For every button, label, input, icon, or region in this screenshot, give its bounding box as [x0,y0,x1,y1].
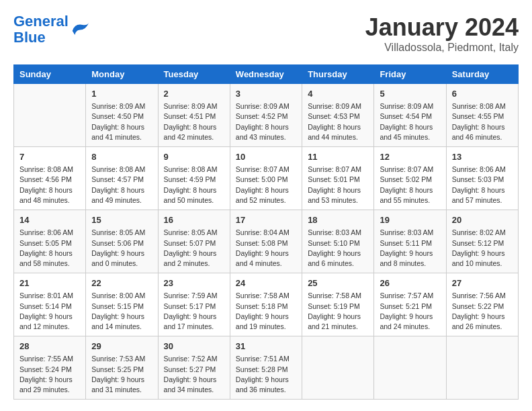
day-info: Sunrise: 7:59 AMSunset: 5:17 PMDaylight:… [164,291,224,332]
day-header-tuesday: Tuesday [158,65,230,84]
calendar-cell [446,336,518,400]
day-number: 11 [308,151,368,163]
day-header-saturday: Saturday [446,65,518,84]
day-number: 6 [452,88,513,100]
calendar-week-row: 21Sunrise: 8:01 AMSunset: 5:14 PMDayligh… [14,273,519,336]
calendar-week-row: 28Sunrise: 7:55 AMSunset: 5:24 PMDayligh… [14,336,519,400]
day-info: Sunrise: 8:08 AMSunset: 4:57 PMDaylight:… [91,165,152,205]
day-info: Sunrise: 7:52 AMSunset: 5:27 PMDaylight:… [164,354,224,395]
day-number: 1 [91,88,152,100]
calendar-cell: 14Sunrise: 8:06 AMSunset: 5:05 PMDayligh… [14,210,86,273]
day-number: 12 [380,151,440,163]
day-number: 26 [380,277,440,289]
day-number: 28 [19,340,80,353]
day-number: 22 [91,277,152,289]
day-info: Sunrise: 8:08 AMSunset: 4:55 PMDaylight:… [452,101,513,142]
day-info: Sunrise: 8:03 AMSunset: 5:11 PMDaylight:… [380,228,440,269]
day-number: 13 [452,151,513,163]
day-info: Sunrise: 8:07 AMSunset: 5:02 PMDaylight:… [380,165,440,205]
day-info: Sunrise: 8:03 AMSunset: 5:10 PMDaylight:… [308,228,368,269]
day-number: 30 [164,340,224,353]
calendar-cell: 30Sunrise: 7:52 AMSunset: 5:27 PMDayligh… [158,336,230,400]
calendar-table: SundayMondayTuesdayWednesdayThursdayFrid… [13,64,519,400]
day-number: 31 [236,340,296,353]
day-header-thursday: Thursday [302,65,374,84]
calendar-cell: 7Sunrise: 8:08 AMSunset: 4:56 PMDaylight… [14,147,86,210]
day-number: 20 [452,214,513,226]
day-info: Sunrise: 8:09 AMSunset: 4:54 PMDaylight:… [380,101,440,142]
calendar-cell: 23Sunrise: 7:59 AMSunset: 5:17 PMDayligh… [158,273,230,336]
day-number: 21 [19,277,80,289]
calendar-cell: 6Sunrise: 8:08 AMSunset: 4:55 PMDaylight… [446,84,518,147]
day-info: Sunrise: 8:01 AMSunset: 5:14 PMDaylight:… [19,291,80,332]
day-info: Sunrise: 7:56 AMSunset: 5:22 PMDaylight:… [452,291,513,332]
calendar-cell: 24Sunrise: 7:58 AMSunset: 5:18 PMDayligh… [230,273,302,336]
logo-text: General Blue [13,13,69,46]
calendar-cell: 5Sunrise: 8:09 AMSunset: 4:54 PMDaylight… [374,84,446,147]
day-number: 4 [308,88,368,100]
day-number: 10 [236,151,296,163]
day-info: Sunrise: 8:00 AMSunset: 5:15 PMDaylight:… [91,291,152,332]
calendar-cell: 2Sunrise: 8:09 AMSunset: 4:51 PMDaylight… [158,84,230,147]
day-info: Sunrise: 8:09 AMSunset: 4:53 PMDaylight:… [308,101,368,142]
calendar-cell: 19Sunrise: 8:03 AMSunset: 5:11 PMDayligh… [374,210,446,273]
logo: General Blue [13,13,90,46]
day-info: Sunrise: 7:57 AMSunset: 5:21 PMDaylight:… [380,291,440,332]
calendar-cell: 1Sunrise: 8:09 AMSunset: 4:50 PMDaylight… [86,84,158,147]
calendar-cell: 28Sunrise: 7:55 AMSunset: 5:24 PMDayligh… [14,336,86,400]
day-info: Sunrise: 8:08 AMSunset: 4:59 PMDaylight:… [164,165,224,205]
calendar-week-row: 1Sunrise: 8:09 AMSunset: 4:50 PMDaylight… [14,84,519,147]
day-number: 9 [164,151,224,163]
day-info: Sunrise: 8:07 AMSunset: 5:01 PMDaylight:… [308,165,368,205]
day-number: 15 [91,214,152,226]
calendar-cell: 21Sunrise: 8:01 AMSunset: 5:14 PMDayligh… [14,273,86,336]
calendar-header-row: SundayMondayTuesdayWednesdayThursdayFrid… [14,65,519,84]
day-number: 23 [164,277,224,289]
calendar-cell: 13Sunrise: 8:06 AMSunset: 5:03 PMDayligh… [446,147,518,210]
day-number: 19 [380,214,440,226]
day-number: 5 [380,88,440,100]
day-info: Sunrise: 7:58 AMSunset: 5:19 PMDaylight:… [308,291,368,332]
day-number: 2 [164,88,224,100]
day-info: Sunrise: 7:58 AMSunset: 5:18 PMDaylight:… [236,291,296,332]
day-info: Sunrise: 8:04 AMSunset: 5:08 PMDaylight:… [236,228,296,269]
day-info: Sunrise: 8:05 AMSunset: 5:06 PMDaylight:… [91,228,152,269]
day-number: 25 [308,277,368,289]
day-number: 18 [308,214,368,226]
calendar-cell: 29Sunrise: 7:53 AMSunset: 5:25 PMDayligh… [86,336,158,400]
day-header-monday: Monday [86,65,158,84]
day-number: 3 [236,88,296,100]
day-header-friday: Friday [374,65,446,84]
logo-bird-icon [70,20,90,39]
calendar-cell: 20Sunrise: 8:02 AMSunset: 5:12 PMDayligh… [446,210,518,273]
calendar-cell: 9Sunrise: 8:08 AMSunset: 4:59 PMDaylight… [158,147,230,210]
day-info: Sunrise: 7:53 AMSunset: 5:25 PMDaylight:… [91,354,152,395]
day-number: 24 [236,277,296,289]
calendar-cell: 10Sunrise: 8:07 AMSunset: 5:00 PMDayligh… [230,147,302,210]
day-number: 29 [91,340,152,353]
calendar-cell [302,336,374,400]
day-number: 14 [19,214,80,226]
main-title: January 2024 [365,13,519,42]
day-number: 27 [452,277,513,289]
day-info: Sunrise: 8:08 AMSunset: 4:56 PMDaylight:… [19,165,80,205]
day-info: Sunrise: 8:02 AMSunset: 5:12 PMDaylight:… [452,228,513,269]
day-number: 8 [91,151,152,163]
calendar-cell: 11Sunrise: 8:07 AMSunset: 5:01 PMDayligh… [302,147,374,210]
day-info: Sunrise: 8:09 AMSunset: 4:52 PMDaylight:… [236,101,296,142]
day-info: Sunrise: 8:09 AMSunset: 4:50 PMDaylight:… [91,101,152,142]
calendar-cell: 4Sunrise: 8:09 AMSunset: 4:53 PMDaylight… [302,84,374,147]
calendar-cell: 17Sunrise: 8:04 AMSunset: 5:08 PMDayligh… [230,210,302,273]
day-info: Sunrise: 8:06 AMSunset: 5:05 PMDaylight:… [19,228,80,269]
day-info: Sunrise: 7:55 AMSunset: 5:24 PMDaylight:… [19,354,80,395]
day-number: 16 [164,214,224,226]
calendar-cell: 8Sunrise: 8:08 AMSunset: 4:57 PMDaylight… [86,147,158,210]
day-number: 17 [236,214,296,226]
day-number: 7 [19,151,80,163]
subtitle: Villadossola, Piedmont, Italy [365,42,519,54]
calendar-cell: 3Sunrise: 8:09 AMSunset: 4:52 PMDaylight… [230,84,302,147]
day-info: Sunrise: 8:05 AMSunset: 5:07 PMDaylight:… [164,228,224,269]
calendar-cell [14,84,86,147]
calendar-cell: 18Sunrise: 8:03 AMSunset: 5:10 PMDayligh… [302,210,374,273]
calendar-week-row: 7Sunrise: 8:08 AMSunset: 4:56 PMDaylight… [14,147,519,210]
